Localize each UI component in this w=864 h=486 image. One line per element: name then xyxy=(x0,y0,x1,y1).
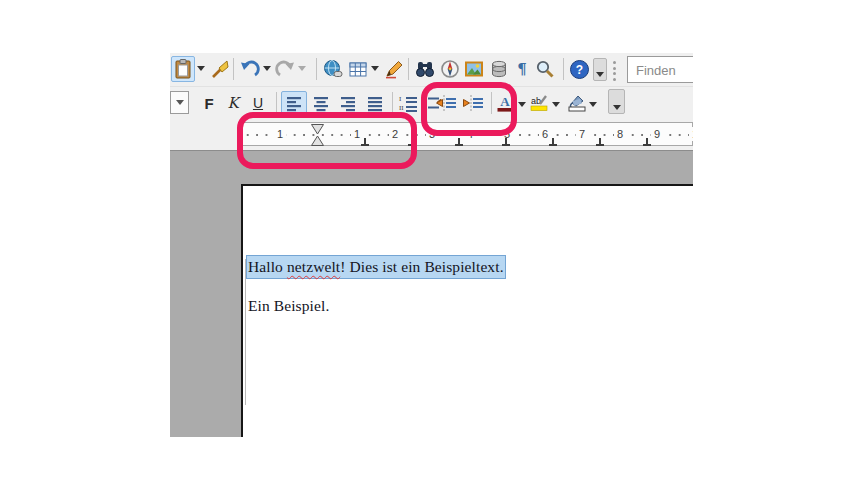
find-replace-binoculars-icon xyxy=(415,59,435,79)
svg-text:ab: ab xyxy=(531,96,541,106)
ruler-number: 7 xyxy=(576,127,588,141)
separator xyxy=(276,92,277,114)
paste-dropdown-arrow[interactable] xyxy=(197,66,205,71)
annotation-highlight-ruler-marker xyxy=(237,112,417,169)
misspelled-word: netzwelt xyxy=(287,258,340,275)
toolbar-overflow-icon xyxy=(613,105,621,110)
tab-stop-mark xyxy=(596,138,604,146)
data-sources-database-icon xyxy=(489,59,509,79)
tab-stop-mark xyxy=(502,138,510,146)
data-sources-button[interactable] xyxy=(487,56,511,82)
separator xyxy=(408,58,409,80)
undo-icon xyxy=(240,59,260,79)
paste-button[interactable] xyxy=(171,56,195,82)
hyperlink-globe-icon xyxy=(323,59,343,79)
annotation-highlight-indent-buttons xyxy=(421,82,517,136)
italic-label: K xyxy=(227,94,238,112)
tab-stop-mark xyxy=(643,138,651,146)
toolbar-overflow-button[interactable] xyxy=(608,89,625,114)
find-input[interactable] xyxy=(634,58,693,83)
find-replace-button[interactable] xyxy=(413,56,437,82)
redo-button[interactable] xyxy=(273,56,297,82)
paragraph-selected: Hallo netzwelt! Dies ist ein Beispieltex… xyxy=(247,258,505,276)
drag-grip-icon[interactable] xyxy=(613,61,616,81)
document-workspace: Hallo netzwelt! Dies ist ein Beispieltex… xyxy=(170,150,693,437)
bold-button[interactable]: F xyxy=(198,91,220,115)
font-color-dropdown-arrow[interactable] xyxy=(518,102,526,107)
align-left-icon xyxy=(285,94,303,112)
highlight-color-icon: ab xyxy=(529,93,549,113)
numbered-list-icon: I II xyxy=(398,93,418,113)
navigator-button[interactable] xyxy=(438,56,462,82)
undo-dropdown-arrow[interactable] xyxy=(263,66,271,71)
ruler-number: 1 xyxy=(689,127,693,141)
italic-button[interactable]: K xyxy=(222,91,244,115)
font-size-combobox-arrow[interactable] xyxy=(170,91,189,114)
background-color-button[interactable] xyxy=(565,91,589,115)
help-button[interactable]: ? xyxy=(567,56,591,82)
redo-icon xyxy=(275,59,295,79)
ruler-number: 9 xyxy=(651,127,663,141)
separator xyxy=(233,58,234,80)
svg-text:?: ? xyxy=(575,63,582,77)
undo-button[interactable] xyxy=(238,56,262,82)
gallery-image-icon xyxy=(464,59,484,79)
clone-formatting-button[interactable] xyxy=(208,56,232,82)
clipboard-paste-icon xyxy=(173,59,193,79)
svg-text:II: II xyxy=(399,104,404,112)
zoom-magnifier-icon xyxy=(535,59,555,79)
redo-dropdown-arrow[interactable] xyxy=(298,66,306,71)
justify-icon xyxy=(366,94,384,112)
background-color-icon xyxy=(567,93,587,113)
text-boundary-line xyxy=(245,259,246,405)
zoom-button[interactable] xyxy=(533,56,557,82)
highlight-color-dropdown-arrow[interactable] xyxy=(552,102,560,107)
tab-stop-mark xyxy=(549,138,557,146)
underline-label: U xyxy=(253,95,263,111)
separator xyxy=(563,58,564,80)
insert-table-button[interactable] xyxy=(346,56,370,82)
ruler-number: 8 xyxy=(614,127,626,141)
formatting-marks-pilcrow-icon: ¶ xyxy=(517,60,527,78)
table-icon xyxy=(348,59,368,79)
toolbar-overflow-button[interactable] xyxy=(593,58,607,81)
paragraph-2-text: Ein Beispiel. xyxy=(248,297,329,314)
selected-text-prefix: Hallo xyxy=(248,258,287,275)
navigator-compass-icon xyxy=(440,59,460,79)
align-center-icon xyxy=(312,94,330,112)
align-right-icon xyxy=(339,94,357,112)
table-dropdown-arrow[interactable] xyxy=(371,66,379,71)
text-selection[interactable]: Hallo netzwelt! Dies ist ein Beispieltex… xyxy=(247,256,505,278)
separator xyxy=(316,58,317,80)
bold-label: F xyxy=(204,95,213,112)
highlight-color-button[interactable]: ab xyxy=(527,91,551,115)
background-color-dropdown-arrow[interactable] xyxy=(589,102,597,107)
gallery-button[interactable] xyxy=(462,56,486,82)
writer-window-crop: ¶ ? xyxy=(170,53,693,437)
hyperlink-button[interactable] xyxy=(321,56,345,82)
paragraph-2: Ein Beispiel. xyxy=(248,297,329,315)
find-toolbar-searchbox xyxy=(627,56,693,83)
standard-toolbar: ¶ ? xyxy=(170,53,693,86)
tab-stop-mark xyxy=(455,138,463,146)
separator xyxy=(392,92,393,114)
svg-text:I: I xyxy=(399,95,402,103)
draw-functions-button[interactable] xyxy=(382,56,406,82)
draw-functions-pencil-icon xyxy=(384,59,404,79)
clone-formatting-brush-icon xyxy=(210,59,230,79)
formatting-marks-button[interactable]: ¶ xyxy=(512,56,532,82)
toolbar-overflow-icon xyxy=(596,72,604,77)
selected-text-suffix: ! Dies ist ein Beispieltext. xyxy=(340,258,503,275)
screenshot-canvas: ¶ ? xyxy=(0,0,864,486)
chevron-down-icon xyxy=(176,100,184,105)
help-icon: ? xyxy=(569,59,590,80)
